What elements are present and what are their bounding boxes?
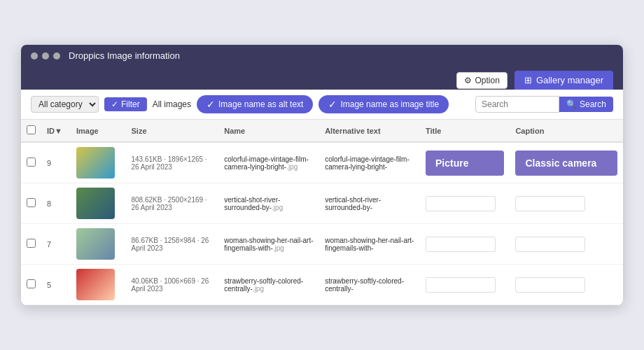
- table-row: 8808.62KB · 2500×2169 · 26 April 2023ver…: [21, 183, 623, 224]
- cell-caption[interactable]: [510, 183, 623, 224]
- col-image: Image: [71, 120, 126, 142]
- option-button[interactable]: ⚙ Option: [456, 72, 507, 89]
- cell-alt-text: woman-showing-her-nail-art-fingemails-wi…: [319, 224, 420, 265]
- cell-size: 40.06KB · 1006×669 · 26 April 2023: [125, 265, 218, 305]
- cell-image: [71, 183, 126, 224]
- table-body: 9143.61KB · 1896×1265 · 26 April 2023col…: [21, 142, 623, 305]
- cell-caption[interactable]: Classic camera: [510, 142, 623, 183]
- select-all-checkbox[interactable]: [27, 125, 36, 134]
- cell-image: [71, 224, 126, 265]
- cell-image: [71, 265, 126, 305]
- cell-id: 5: [41, 265, 71, 305]
- cell-size: 143.61KB · 1896×1265 · 26 April 2023: [125, 142, 218, 183]
- cell-id: 7: [41, 224, 71, 265]
- cell-id: 8: [41, 183, 71, 224]
- category-select[interactable]: All category: [31, 96, 99, 113]
- all-images-link[interactable]: All images: [153, 99, 191, 109]
- search-button[interactable]: 🔍 Search: [559, 97, 613, 112]
- image-thumbnail: [76, 228, 115, 260]
- search-box: 🔍 Search: [475, 96, 613, 113]
- cell-size: 808.62KB · 2500×2169 · 26 April 2023: [125, 183, 218, 224]
- title-input[interactable]: [426, 277, 496, 293]
- window-title: Droppics Image information: [69, 50, 180, 61]
- image-thumbnail: [76, 188, 115, 219]
- cell-title[interactable]: [420, 224, 510, 265]
- image-title-toggle-button[interactable]: ✓ Image name as image title: [318, 95, 449, 113]
- table-header: ID▼ Image Size Name Alternative text Tit…: [21, 120, 623, 142]
- dot-3: [53, 52, 60, 59]
- title-bar: Droppics Image information: [21, 45, 623, 66]
- col-name: Name: [218, 120, 319, 142]
- title-input[interactable]: [426, 237, 496, 252]
- cell-caption[interactable]: [510, 224, 623, 265]
- grid-icon: ⊞: [524, 75, 532, 85]
- table-row: 540.06KB · 1006×669 · 26 April 2023straw…: [21, 265, 623, 305]
- image-table-container: ID▼ Image Size Name Alternative text Tit…: [21, 120, 623, 305]
- search-icon: 🔍: [566, 99, 577, 109]
- col-id: ID▼: [41, 120, 71, 142]
- caption-badge: Classic camera: [515, 150, 617, 176]
- checkmark-icon2: ✓: [328, 99, 337, 110]
- cell-image: [71, 142, 126, 183]
- cell-alt-text: vertical-shot-river-surrounded-by-: [319, 183, 420, 224]
- caption-input[interactable]: [515, 196, 585, 211]
- gallery-manager-button[interactable]: ⊞ Gallery manager: [514, 71, 613, 90]
- caption-input[interactable]: [515, 277, 585, 293]
- table-row: 9143.61KB · 1896×1265 · 26 April 2023col…: [21, 142, 623, 183]
- image-thumbnail: [76, 269, 115, 300]
- cell-title[interactable]: [420, 183, 510, 224]
- cell-name: vertical-shot-river-surrounded-by-.jpg: [218, 183, 319, 224]
- caption-input[interactable]: [515, 237, 585, 252]
- cell-size: 86.67KB · 1258×984 · 26 April 2023: [125, 224, 218, 265]
- check-icon: ✓: [111, 99, 118, 109]
- row-checkbox[interactable]: [27, 198, 36, 207]
- title-input[interactable]: [426, 196, 496, 211]
- filter-bar: All category ✓ Filter All images ✓ Image…: [21, 90, 623, 120]
- checkmark-icon: ✓: [206, 99, 215, 110]
- col-size: Size: [125, 120, 218, 142]
- search-input[interactable]: [475, 96, 559, 113]
- filter-button[interactable]: ✓ Filter: [104, 97, 147, 111]
- gear-icon: ⚙: [464, 76, 472, 85]
- dot-2: [42, 52, 49, 59]
- col-title: Title: [420, 120, 510, 142]
- alt-text-toggle-button[interactable]: ✓ Image name as alt text: [197, 95, 313, 113]
- col-caption: Caption: [510, 120, 623, 142]
- cell-title[interactable]: Picture: [420, 142, 510, 183]
- title-badge: Picture: [426, 150, 504, 176]
- cell-alt-text: colorful-image-vintage-film-camera-lying…: [319, 142, 420, 183]
- cell-id: 9: [41, 142, 71, 183]
- image-thumbnail: [76, 147, 115, 178]
- dot-1: [31, 52, 38, 59]
- main-window: Droppics Image information ⚙ Option ⊞ Ga…: [21, 45, 623, 305]
- row-checkbox[interactable]: [27, 239, 36, 248]
- cell-name: woman-showing-her-nail-art-fingemails-wi…: [218, 224, 319, 265]
- cell-title[interactable]: [420, 265, 510, 305]
- cell-alt-text: strawberry-softly-colored-centrally-: [319, 265, 420, 305]
- cell-name: strawberry-softly-colored-centrally-.jpg: [218, 265, 319, 305]
- image-table: ID▼ Image Size Name Alternative text Tit…: [21, 120, 623, 305]
- toolbar: ⚙ Option ⊞ Gallery manager: [21, 66, 623, 90]
- row-checkbox[interactable]: [27, 158, 36, 167]
- col-alt: Alternative text: [319, 120, 420, 142]
- table-row: 786.67KB · 1258×984 · 26 April 2023woman…: [21, 224, 623, 265]
- cell-name: colorful-image-vintage-film-camera-lying…: [218, 142, 319, 183]
- row-checkbox[interactable]: [27, 279, 36, 288]
- cell-caption[interactable]: [510, 265, 623, 305]
